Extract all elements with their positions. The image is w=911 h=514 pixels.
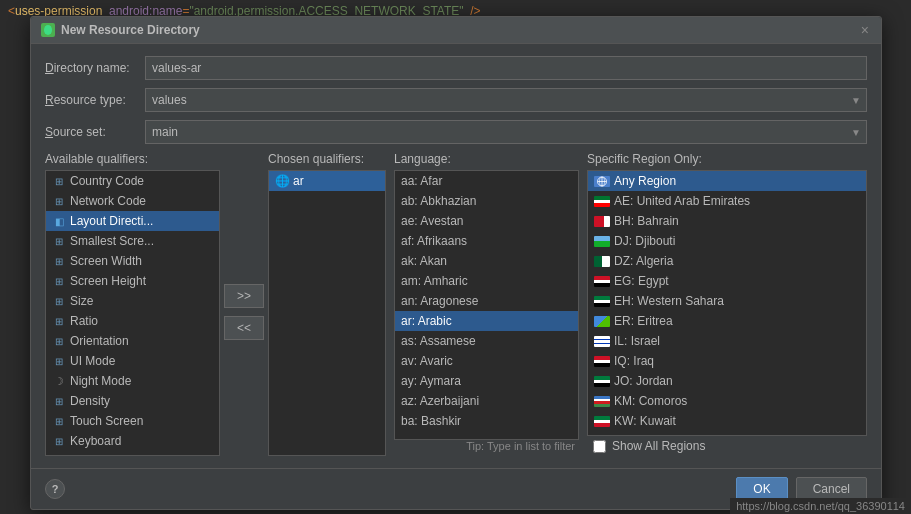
flag-eh — [594, 296, 610, 307]
resource-type-row: Resource type: values ▼ — [45, 88, 867, 112]
touch-screen-label: Touch Screen — [70, 414, 143, 428]
show-all-checkbox[interactable] — [593, 440, 606, 453]
smallest-screen-label: Smallest Scre... — [70, 234, 154, 248]
lang-item-aa[interactable]: aa: Afar — [395, 171, 578, 191]
show-all-row: Show All Regions — [587, 436, 867, 456]
region-item-jo[interactable]: JO: Jordan — [588, 371, 866, 391]
chosen-list[interactable]: 🌐 ar — [268, 170, 386, 456]
region-any-label: Any Region — [614, 174, 676, 188]
region-iq-label: IQ: Iraq — [614, 354, 654, 368]
region-item-km[interactable]: KM: Comoros — [588, 391, 866, 411]
remove-qualifier-button[interactable]: << — [224, 316, 264, 340]
size-icon: ⊞ — [52, 294, 66, 308]
lang-item-ae[interactable]: ae: Avestan — [395, 211, 578, 231]
resource-type-label: Resource type: — [45, 93, 145, 107]
ui-mode-icon: ⊞ — [52, 354, 66, 368]
lang-item-af[interactable]: af: Afrikaans — [395, 231, 578, 251]
region-item-kw[interactable]: KW: Kuwait — [588, 411, 866, 431]
region-ae-label: AE: United Arab Emirates — [614, 194, 750, 208]
directory-name-label: Directory name: — [45, 61, 145, 75]
source-set-wrapper: main ▼ — [145, 120, 867, 144]
lang-item-av[interactable]: av: Avaric — [395, 351, 578, 371]
lang-item-ba[interactable]: ba: Bashkir — [395, 411, 578, 431]
orientation-label: Orientation — [70, 334, 129, 348]
region-item-dj[interactable]: DJ: Djibouti — [588, 231, 866, 251]
layout-direction-icon: ◧ — [52, 214, 66, 228]
flag-bh — [594, 216, 610, 227]
chosen-qualifiers-panel: Chosen qualifiers: 🌐 ar — [268, 152, 386, 456]
chosen-label: Chosen qualifiers: — [268, 152, 386, 166]
density-label: Density — [70, 394, 110, 408]
list-item-network-code[interactable]: ⊞ Network Code — [46, 191, 219, 211]
list-item-orientation[interactable]: ⊞ Orientation — [46, 331, 219, 351]
region-er-label: ER: Eritrea — [614, 314, 673, 328]
lang-item-ak[interactable]: ak: Akan — [395, 251, 578, 271]
flag-il — [594, 336, 610, 347]
chosen-item-ar[interactable]: 🌐 ar — [269, 171, 385, 191]
region-item-il[interactable]: IL: Israel — [588, 331, 866, 351]
region-item-iq[interactable]: IQ: Iraq — [588, 351, 866, 371]
lang-item-az[interactable]: az: Azerbaijani — [395, 391, 578, 411]
region-item-ae[interactable]: AE: United Arab Emirates — [588, 191, 866, 211]
layout-direction-label: Layout Directi... — [70, 214, 153, 228]
network-code-icon: ⊞ — [52, 194, 66, 208]
available-label: Available qualifiers: — [45, 152, 220, 166]
list-item-touch-screen[interactable]: ⊞ Touch Screen — [46, 411, 219, 431]
orientation-icon: ⊞ — [52, 334, 66, 348]
lang-item-ab[interactable]: ab: Abkhazian — [395, 191, 578, 211]
screen-height-label: Screen Height — [70, 274, 146, 288]
dialog-title-bar: New Resource Directory × — [31, 17, 881, 44]
close-button[interactable]: × — [859, 23, 871, 37]
svg-rect-1 — [45, 26, 51, 34]
region-item-er[interactable]: ER: Eritrea — [588, 311, 866, 331]
resource-type-select[interactable]: values — [145, 88, 867, 112]
list-item-layout-direction[interactable]: ◧ Layout Directi... — [46, 211, 219, 231]
show-all-label[interactable]: Show All Regions — [612, 439, 705, 453]
language-scroll-container: aa: Afar ab: Abkhazian ae: Avestan af: A… — [394, 170, 579, 440]
list-item-size[interactable]: ⊞ Size — [46, 291, 219, 311]
source-set-select[interactable]: main — [145, 120, 867, 144]
lang-item-as[interactable]: as: Assamese — [395, 331, 578, 351]
lang-item-an[interactable]: an: Aragonese — [395, 291, 578, 311]
region-item-any[interactable]: Any Region — [588, 171, 866, 191]
region-label: Specific Region Only: — [587, 152, 867, 166]
list-item-country-code[interactable]: ⊞ Country Code — [46, 171, 219, 191]
region-item-eg[interactable]: EG: Egypt — [588, 271, 866, 291]
flag-dj — [594, 236, 610, 247]
qualifiers-section: Available qualifiers: ⊞ Country Code ⊞ N… — [45, 152, 867, 456]
directory-name-row: Directory name: — [45, 56, 867, 80]
flag-ae — [594, 196, 610, 207]
language-list[interactable]: aa: Afar ab: Abkhazian ae: Avestan af: A… — [394, 170, 579, 440]
flag-iq — [594, 356, 610, 367]
source-set-row: Source set: main ▼ — [45, 120, 867, 144]
flag-jo — [594, 376, 610, 387]
touch-screen-icon: ⊞ — [52, 414, 66, 428]
language-panel: Language: aa: Afar ab: Abkhazian ae: Ave… — [394, 152, 579, 456]
flag-eg — [594, 276, 610, 287]
list-item-night-mode[interactable]: ☽ Night Mode — [46, 371, 219, 391]
lang-item-am[interactable]: am: Amharic — [395, 271, 578, 291]
filter-tip: Tip: Type in list to filter — [394, 440, 579, 452]
list-item-screen-height[interactable]: ⊞ Screen Height — [46, 271, 219, 291]
flag-any — [594, 176, 610, 187]
list-item-ratio[interactable]: ⊞ Ratio — [46, 311, 219, 331]
lang-item-ar[interactable]: ar: Arabic — [395, 311, 578, 331]
region-dj-label: DJ: Djibouti — [614, 234, 675, 248]
network-code-label: Network Code — [70, 194, 146, 208]
flag-dz — [594, 256, 610, 267]
region-item-dz[interactable]: DZ: Algeria — [588, 251, 866, 271]
list-item-density[interactable]: ⊞ Density — [46, 391, 219, 411]
list-item-ui-mode[interactable]: ⊞ UI Mode — [46, 351, 219, 371]
list-item-smallest-screen[interactable]: ⊞ Smallest Scre... — [46, 231, 219, 251]
list-item-screen-width[interactable]: ⊞ Screen Width — [46, 251, 219, 271]
region-panel: Specific Region Only: Any Region AE: Uni… — [587, 152, 867, 456]
lang-item-ay[interactable]: ay: Aymara — [395, 371, 578, 391]
help-button[interactable]: ? — [45, 479, 65, 499]
region-item-eh[interactable]: EH: Western Sahara — [588, 291, 866, 311]
region-list[interactable]: Any Region AE: United Arab Emirates BH: … — [587, 170, 867, 436]
available-list[interactable]: ⊞ Country Code ⊞ Network Code ◧ Layout D… — [45, 170, 220, 456]
list-item-keyboard[interactable]: ⊞ Keyboard — [46, 431, 219, 451]
region-item-bh[interactable]: BH: Bahrain — [588, 211, 866, 231]
add-qualifier-button[interactable]: >> — [224, 284, 264, 308]
directory-name-input[interactable] — [145, 56, 867, 80]
